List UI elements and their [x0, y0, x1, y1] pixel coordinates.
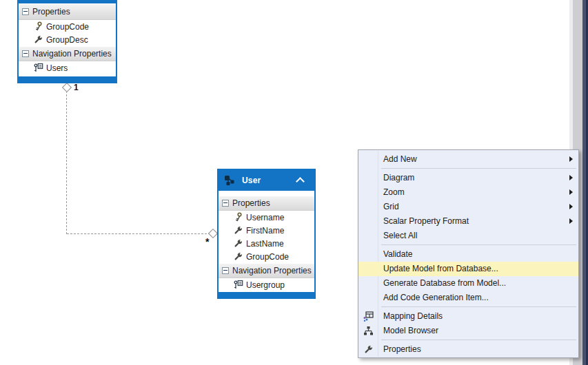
key-icon: [33, 21, 43, 32]
menu-item-label: Validate: [383, 249, 412, 259]
menu-item-add-code-generation-item[interactable]: Add Code Generation Item...: [358, 291, 578, 305]
minus-box-icon[interactable]: [222, 200, 229, 207]
navigation-property-row[interactable]: Users: [19, 61, 116, 74]
entity-spacer: [219, 191, 314, 196]
property-label: LastName: [246, 239, 284, 249]
menu-item-label: Properties: [383, 344, 421, 354]
submenu-arrow-icon: [569, 175, 573, 180]
menu-item-scalar-property-format[interactable]: Scalar Property Format: [358, 214, 578, 229]
association-diamond-end[interactable]: [62, 83, 72, 92]
navigation-property-icon: [233, 280, 243, 290]
section-header-navigation[interactable]: Navigation Properties: [19, 46, 116, 61]
entity-user[interactable]: User Properties Username FirstName: [217, 169, 316, 299]
property-row[interactable]: FirstName: [219, 224, 314, 237]
section-label: Properties: [232, 198, 270, 208]
menu-item-label: Mapping Details: [383, 311, 443, 321]
association-line-vertical[interactable]: [66, 91, 67, 234]
entity-footer-bar: [219, 292, 314, 298]
menu-item-label: Zoom: [383, 187, 405, 197]
section-header-properties[interactable]: Properties: [19, 3, 116, 20]
section-label: Properties: [32, 7, 70, 17]
section-label: Navigation Properties: [32, 49, 112, 59]
association-line-horizontal[interactable]: [67, 233, 210, 234]
property-row[interactable]: GroupCode: [219, 250, 314, 263]
property-row[interactable]: Username: [219, 211, 314, 224]
property-label: Users: [46, 63, 68, 73]
menu-item-select-all[interactable]: Select All: [358, 229, 578, 243]
menu-item-label: Generate Database from Model...: [383, 278, 506, 288]
property-label: Usergroup: [246, 280, 285, 290]
menu-separator: [381, 340, 576, 340]
section-label: Navigation Properties: [232, 266, 312, 275]
submenu-arrow-icon: [569, 156, 573, 162]
menu-separator: [381, 168, 576, 169]
wrench-icon: [233, 251, 243, 262]
multiplicity-label-one: 1: [74, 83, 79, 92]
menu-item-update-model-from-database[interactable]: Update Model from Database...: [358, 262, 578, 276]
entity-footer-bar: [19, 76, 116, 82]
menu-item-validate[interactable]: Validate: [358, 247, 578, 262]
menu-item-label: Add Code Generation Item...: [383, 293, 489, 302]
entity-title: User: [242, 176, 261, 185]
multiplicity-label-many: *: [205, 236, 209, 247]
wrench-icon: [233, 225, 243, 236]
menu-item-label: Add New: [383, 154, 417, 164]
model-browser-icon: [363, 326, 374, 336]
menu-item-model-browser[interactable]: Model Browser: [358, 324, 578, 338]
property-label: GroupDesc: [46, 35, 88, 45]
menu-item-zoom[interactable]: Zoom: [358, 185, 578, 200]
mapping-details-icon: [363, 311, 374, 322]
entity-usergroup[interactable]: Properties GroupCode GroupDesc Navigatio…: [17, 0, 117, 83]
submenu-arrow-icon: [569, 204, 573, 209]
minus-box-icon[interactable]: [22, 50, 29, 57]
submenu-arrow-icon: [569, 218, 573, 224]
menu-item-label: Model Browser: [383, 326, 438, 335]
property-label: GroupCode: [46, 22, 89, 32]
navigation-property-row[interactable]: Usergroup: [219, 278, 314, 291]
wrench-icon: [33, 34, 43, 45]
menu-item-add-new[interactable]: Add New: [358, 152, 578, 167]
menu-item-grid[interactable]: Grid: [358, 200, 578, 214]
entity-type-icon: [224, 175, 235, 186]
menu-item-label: Select All: [383, 231, 417, 240]
property-row[interactable]: LastName: [219, 237, 314, 250]
section-header-navigation[interactable]: Navigation Properties: [219, 263, 314, 278]
property-row[interactable]: GroupDesc: [19, 33, 116, 46]
property-label: Username: [246, 213, 284, 222]
menu-item-properties[interactable]: Properties: [358, 342, 578, 357]
menu-item-diagram[interactable]: Diagram: [358, 171, 578, 185]
navigation-property-icon: [33, 63, 43, 73]
minus-box-icon[interactable]: [222, 267, 229, 274]
chevron-up-icon[interactable]: [296, 177, 305, 186]
menu-item-label: Update Model from Database...: [383, 264, 498, 273]
menu-item-label: Grid: [383, 202, 399, 211]
section-header-properties[interactable]: Properties: [219, 196, 314, 211]
submenu-arrow-icon: [569, 189, 573, 195]
entity-header[interactable]: User: [219, 170, 314, 191]
wrench-icon: [363, 344, 374, 355]
association-diamond-end[interactable]: [208, 229, 218, 238]
context-menu: Add New Diagram Zoom Grid Scalar Propert…: [358, 149, 579, 358]
key-icon: [233, 212, 243, 222]
menu-item-label: Scalar Property Format: [383, 216, 469, 226]
menu-separator: [381, 306, 576, 307]
minus-box-icon[interactable]: [22, 8, 29, 15]
property-label: FirstName: [246, 226, 284, 236]
menu-separator: [381, 244, 576, 245]
wrench-icon: [233, 238, 243, 249]
property-label: GroupCode: [246, 252, 289, 262]
property-row[interactable]: GroupCode: [19, 20, 116, 33]
menu-item-generate-database-from-model[interactable]: Generate Database from Model...: [358, 276, 578, 291]
menu-item-label: Diagram: [383, 173, 414, 182]
menu-item-mapping-details[interactable]: Mapping Details: [358, 309, 578, 324]
